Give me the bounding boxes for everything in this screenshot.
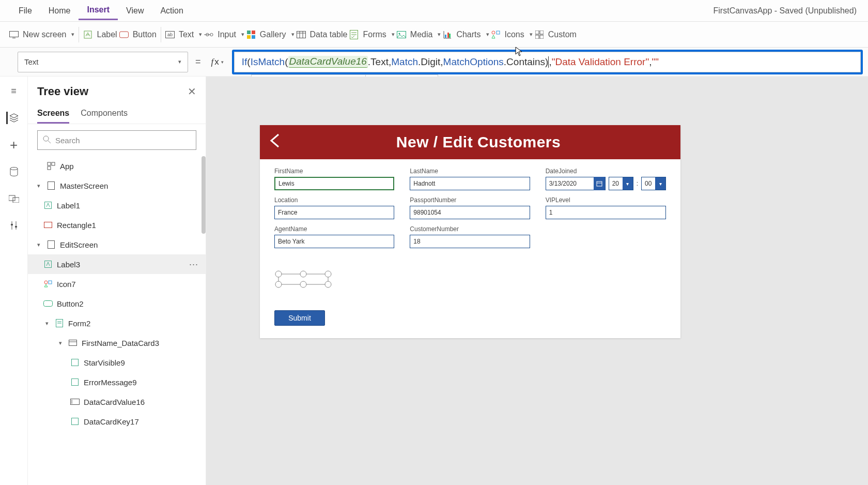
label-customernumber: CustomerNumber — [410, 225, 530, 233]
svg-rect-12 — [252, 35, 255, 39]
tree-item-label1[interactable]: Label1 — [28, 195, 206, 215]
svg-rect-52 — [44, 301, 53, 307]
ribbon-gallery[interactable]: Gallery▾ — [246, 30, 295, 39]
canvas-area[interactable]: New / Edit Customers FirstName LastName … — [206, 77, 868, 485]
ribbon-forms[interactable]: Forms▾ — [349, 30, 394, 39]
rectangle-icon — [43, 220, 53, 230]
tree-item-label3[interactable]: Label3 ··· — [28, 254, 206, 274]
tree-item-starvisible9[interactable]: StarVisible9 — [28, 353, 206, 372]
tree-item-firstname-datacard[interactable]: ▾ FirstName_DataCard3 — [28, 333, 206, 353]
label-icon — [43, 201, 53, 210]
input-location[interactable] — [274, 206, 394, 219]
chevron-down-icon: ▾ — [221, 59, 224, 65]
input-date[interactable]: 3/13/2020 — [546, 177, 606, 190]
equals-sign: = — [193, 56, 203, 67]
menu-insert[interactable]: Insert — [79, 1, 118, 20]
svg-rect-34 — [9, 195, 15, 201]
tree-search-input[interactable]: Search — [37, 130, 196, 150]
submit-button[interactable]: Submit — [274, 310, 325, 326]
tree-item-button2[interactable]: Button2 — [28, 294, 206, 313]
more-icon[interactable]: ··· — [189, 259, 198, 270]
back-icon[interactable] — [269, 133, 286, 151]
label-icon — [70, 417, 80, 426]
media-rail-icon[interactable] — [8, 192, 20, 205]
ribbon-datatable[interactable]: Data table — [297, 30, 348, 39]
ribbon-new-screen[interactable]: New screen▾ — [9, 30, 74, 39]
tab-components[interactable]: Components — [81, 104, 128, 124]
selection-handles[interactable] — [274, 270, 666, 289]
insert-icon[interactable]: + — [8, 139, 20, 151]
ribbon-toolbar: New screen▾ Label Button ab Text▾ Input▾… — [0, 22, 868, 48]
svg-point-40 — [43, 136, 49, 141]
label-icon — [70, 358, 80, 367]
menu-home[interactable]: Home — [40, 2, 79, 20]
tree-item-masterscreen[interactable]: ▾ MasterScreen — [28, 176, 206, 195]
input-agentname[interactable] — [274, 235, 394, 248]
custom-icon — [535, 30, 544, 39]
ribbon-charts[interactable]: Charts▾ — [443, 30, 489, 39]
ribbon-custom[interactable]: Custom — [535, 30, 577, 39]
ribbon-input[interactable]: Input▾ — [204, 30, 244, 39]
property-selector[interactable]: Text ▾ — [18, 52, 188, 72]
chevron-down-icon: ▾ — [655, 177, 665, 190]
svg-point-69 — [275, 271, 282, 277]
svg-rect-48 — [48, 241, 55, 249]
close-icon[interactable]: ✕ — [188, 85, 196, 98]
input-viplevel[interactable] — [546, 206, 666, 219]
ribbon-button[interactable]: Button — [119, 30, 157, 39]
tree-item-errormessage9[interactable]: ErrorMessage9 — [28, 372, 206, 392]
calendar-icon[interactable] — [594, 177, 605, 190]
tree-item-editscreen[interactable]: ▾ EditScreen — [28, 235, 206, 254]
menu-view[interactable]: View — [118, 2, 152, 20]
tree-item-form2[interactable]: ▾ Form2 — [28, 313, 206, 333]
select-hour[interactable]: 20 ▾ — [609, 177, 633, 190]
label-viplevel: VIPLevel — [546, 196, 666, 204]
tree-item-datacardvalue16[interactable]: DataCardValue16 — [28, 392, 206, 412]
formula-input[interactable]: If(IsMatch(DataCardValue16.Text, Match.D… — [234, 52, 861, 72]
svg-rect-9 — [247, 31, 251, 34]
data-icon[interactable] — [8, 165, 20, 178]
input-customernumber[interactable] — [410, 235, 530, 248]
tab-screens[interactable]: Screens — [37, 104, 69, 124]
input-lastname[interactable] — [410, 177, 530, 190]
ribbon-media[interactable]: Media▾ — [397, 30, 441, 39]
select-minute[interactable]: 00 ▾ — [641, 177, 666, 190]
shapes-icon — [43, 279, 53, 289]
table-icon — [297, 30, 306, 39]
svg-point-50 — [44, 281, 48, 284]
svg-point-27 — [492, 31, 495, 34]
svg-point-71 — [325, 271, 331, 277]
form-icon — [349, 30, 359, 39]
svg-rect-58 — [72, 359, 79, 366]
chevron-down-icon: ▾ — [199, 31, 202, 38]
ribbon-icons[interactable]: Icons▾ — [491, 30, 533, 39]
chevron-down-icon: ▾ — [438, 31, 441, 38]
tools-icon[interactable] — [8, 219, 20, 232]
menu-file[interactable]: File — [10, 2, 40, 20]
tree-item-datacardkey17[interactable]: DataCardKey17 — [28, 412, 206, 431]
hamburger-icon[interactable]: ≡ — [8, 85, 20, 97]
app-title: FirstCanvasApp - Saved (Unpublished) — [714, 6, 858, 16]
ribbon-text[interactable]: ab Text▾ — [165, 30, 202, 39]
input-passport[interactable] — [410, 206, 530, 219]
input-firstname[interactable] — [274, 177, 394, 190]
menu-action[interactable]: Action — [152, 2, 191, 20]
svg-point-74 — [325, 281, 331, 287]
tree-item-icon7[interactable]: Icon7 — [28, 274, 206, 294]
svg-rect-24 — [445, 35, 446, 38]
label-datejoined: DateJoined — [546, 168, 666, 175]
tree-view-icon[interactable] — [6, 112, 20, 124]
ribbon-label[interactable]: Label — [83, 30, 117, 39]
svg-rect-11 — [247, 35, 251, 39]
tree-view-title: Tree view — [37, 85, 88, 98]
button-icon — [43, 299, 53, 308]
tree-item-rectangle1[interactable]: Rectangle1 — [28, 215, 206, 235]
svg-rect-42 — [48, 162, 51, 165]
svg-rect-45 — [48, 182, 55, 190]
svg-rect-38 — [11, 224, 13, 225]
screen-icon — [9, 30, 19, 39]
svg-point-21 — [398, 33, 400, 34]
screen-icon — [47, 181, 56, 190]
fx-button[interactable]: fx▾ — [208, 57, 227, 67]
tree-item-app[interactable]: App — [28, 156, 206, 176]
